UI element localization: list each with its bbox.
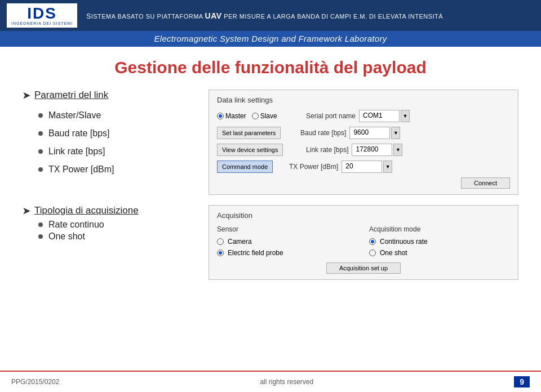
panel-row-4: Command mode TX Power [dBm] 20 ▼ [217,161,510,173]
baud-rate-input[interactable]: 9600 [349,127,390,139]
baud-rate-label: Baud rate [bps] [284,129,346,137]
connect-row: Connect [217,177,510,189]
bullet-dot-2 [38,131,43,136]
camera-label: Camera [228,238,252,246]
section2-header: ➤ Tipologia di acquisizione [23,205,192,216]
connect-button[interactable]: Connect [461,177,510,189]
acquisition-setup-button[interactable]: Acquisition set up [326,262,401,274]
footer: PPG/2015/0202 all rights reserved 9 [0,371,541,392]
bullet-dot-1 [38,113,43,118]
bullet-text-4: TX Power [dBm] [48,164,114,175]
electric-field-radio[interactable]: Electric field probe [217,249,358,257]
panel-row-1: Master Slave Serial port name COM1 ▼ [217,110,510,122]
arrow-icon-2: ➤ [23,206,30,216]
tx-power-dropdown[interactable]: ▼ [383,161,392,173]
section1-label: Parametri del link [34,90,108,101]
section1-panel: ➤ Parametri del link Master/Slave Baud r… [23,90,192,195]
slave-radio[interactable]: Slave [252,112,277,120]
datalink-panel-title: Data link settings [217,96,510,104]
bullet-dot-4 [38,167,43,172]
uav-word: UAV [205,11,222,20]
serial-port-label: Serial port name [294,112,356,120]
bullet-dot-6 [38,234,43,239]
bullet-dot-3 [38,149,43,154]
bullet-link-rate: Link rate [bps] [23,146,192,157]
master-label: Master [225,112,246,120]
panel-row-2: Set last parameters Baud rate [bps] 9600… [217,127,510,139]
bullet-text-2: Baud rate [bps] [48,128,110,139]
oneshot-radio-circle[interactable] [369,250,376,256]
acquisition-setup-row: Acquisition set up [217,262,510,274]
bullet-master-slave: Master/Slave [23,110,192,121]
slave-radio-circle[interactable] [252,113,259,119]
header-bottom-text: Electromagnetic System Design and Framew… [154,34,387,43]
electric-field-radio-circle[interactable] [217,250,224,256]
bullet-text-5: Rate continuo [48,220,104,230]
sensor-column: Sensor Camera Electric field probe [217,225,358,257]
set-last-params-button[interactable]: Set last parameters [217,127,281,139]
arrow-icon-1: ➤ [23,90,30,101]
serial-port-dropdown[interactable]: ▼ [401,110,410,122]
mode-column: Acquisition mode Continuous rate One sho… [369,225,510,257]
page-title: Gestione delle funzionalità del payload [23,58,518,77]
page-number-box: 9 [514,376,530,387]
datalink-panel: Data link settings Master Slave Serial p… [209,90,518,195]
logo-box: IDS INGEGNERIA DEI SISTEMI [7,3,77,28]
logo-subtitle: INGEGNERIA DEI SISTEMI [11,21,73,25]
bullet-tx-power: TX Power [dBm] [23,164,192,175]
tx-power-input-group: 20 ▼ [342,161,392,173]
camera-radio[interactable]: Camera [217,238,358,246]
mode-col-title: Acquisition mode [369,225,510,233]
master-radio[interactable]: Master [217,112,246,120]
bullet-dot-5 [38,222,43,227]
main-content: Gestione delle funzionalità del payload … [0,47,541,286]
tx-power-label: TX Power [dBm] [276,163,338,171]
section2-panel: ➤ Tipologia di acquisizione Rate continu… [23,205,192,243]
section2-label: Tipologia di acquisizione [34,205,139,216]
serial-port-input[interactable]: COM1 [359,110,400,122]
acquisition-columns: Sensor Camera Electric field probe Acqui… [217,225,510,257]
section1-header: ➤ Parametri del link [23,90,192,101]
bullet-one-shot: One shot [23,231,192,242]
serial-port-input-group: COM1 ▼ [359,110,410,122]
link-rate-label: Link rate [bps] [286,146,348,154]
footer-center-text: all rights reserved [260,378,313,386]
header-text-before-uav: S [86,12,91,20]
tx-power-input[interactable]: 20 [342,161,382,173]
link-rate-input-group: 172800 ▼ [352,144,402,156]
baud-rate-input-group: 9600 ▼ [349,127,400,139]
bottom-content-row: ➤ Tipologia di acquisizione Rate continu… [23,205,518,280]
slave-label: Slave [260,112,277,120]
logo-ids: IDS [27,6,57,21]
panel-row-3: View device settings Link rate [bps] 172… [217,144,510,156]
continuous-label: Continuous rate [380,238,428,246]
view-device-settings-button[interactable]: View device settings [217,144,283,156]
link-rate-input[interactable]: 172800 [352,144,392,156]
camera-radio-circle[interactable] [217,238,224,245]
acquisition-panel: Acquisition Sensor Camera Electric field… [209,205,518,280]
link-rate-dropdown[interactable]: ▼ [393,144,402,156]
bullet-text-3: Link rate [bps] [48,146,105,157]
header-bottom: Electromagnetic System Design and Framew… [0,31,541,47]
header-title: Sistema basato su piattaforma UAV per mi… [86,11,534,20]
bullet-rate-continuo: Rate continuo [23,220,192,230]
master-radio-circle[interactable] [217,113,224,119]
oneshot-label: One shot [380,249,407,257]
sensor-col-title: Sensor [217,225,358,233]
master-slave-radio-group: Master Slave [217,112,290,120]
page-number: 9 [520,377,524,386]
continuous-rate-radio[interactable]: Continuous rate [369,238,510,246]
one-shot-radio[interactable]: One shot [369,249,510,257]
electric-label: Electric field probe [228,249,283,257]
bullet-baud-rate: Baud rate [bps] [23,128,192,139]
header: IDS INGEGNERIA DEI SISTEMI Sistema basat… [0,0,541,47]
footer-left-text: PPG/2015/0202 [11,378,59,386]
bullet-text-6: One shot [48,231,85,242]
header-top: IDS INGEGNERIA DEI SISTEMI Sistema basat… [0,0,541,31]
acquisition-panel-title: Acquisition [217,211,510,220]
top-content-row: ➤ Parametri del link Master/Slave Baud r… [23,90,518,195]
bullet-text-1: Master/Slave [48,110,101,121]
continuous-radio-circle[interactable] [369,238,376,245]
command-mode-button[interactable]: Command mode [217,161,273,173]
baud-rate-dropdown[interactable]: ▼ [391,127,400,139]
